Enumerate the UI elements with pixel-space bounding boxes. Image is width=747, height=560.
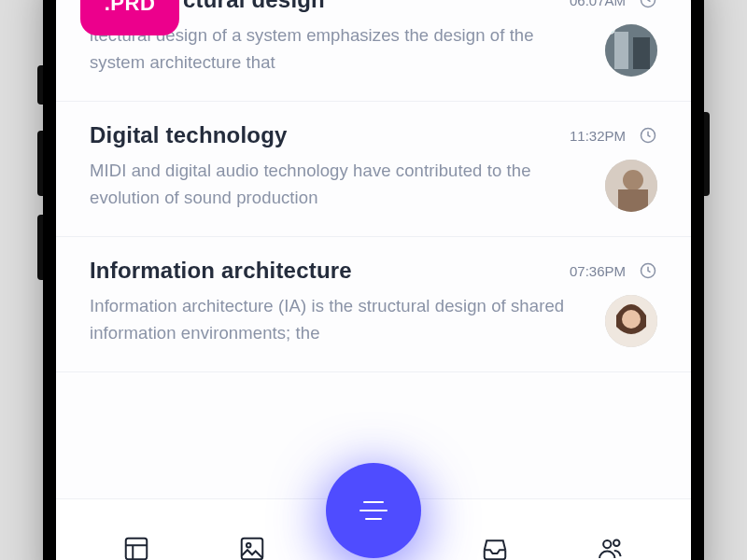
item-title: Information architecture	[90, 258, 557, 284]
compose-fab[interactable]	[326, 463, 421, 558]
item-time: 07:36PM	[570, 263, 626, 279]
svg-point-0	[641, 0, 655, 7]
avatar[interactable]	[605, 160, 657, 212]
phone-frame: .PRD ctural design 06:07AM itectural des…	[43, 0, 704, 560]
photos-icon	[238, 535, 266, 561]
item-desc: Information architecture (IA) is the str…	[90, 293, 581, 346]
prd-badge: .PRD	[80, 0, 179, 35]
list-item[interactable]: Information architecture 07:36PM Informa…	[56, 237, 691, 372]
svg-rect-12	[126, 538, 148, 559]
menu-icon	[359, 501, 388, 520]
nav-feed[interactable]: FEED	[78, 522, 194, 561]
clock-icon	[639, 0, 657, 9]
nav-photos[interactable]: PHOTOS	[194, 522, 310, 561]
svg-point-11	[622, 310, 641, 329]
people-icon	[597, 535, 625, 561]
item-title: Digital technology	[90, 122, 557, 148]
nav-people[interactable]: PEOPLE	[553, 522, 669, 561]
nav-inbox[interactable]: INBOX	[437, 522, 553, 561]
svg-point-15	[603, 539, 611, 547]
clock-icon	[639, 126, 657, 145]
inbox-icon	[481, 535, 509, 561]
avatar[interactable]	[605, 295, 657, 347]
item-time: 11:32PM	[570, 128, 626, 144]
item-desc: MIDI and digital audio technology have c…	[90, 158, 581, 211]
svg-point-14	[247, 543, 251, 548]
svg-rect-7	[618, 189, 648, 212]
svg-point-6	[623, 170, 643, 190]
list-item[interactable]: Digital technology 11:32PM MIDI and digi…	[56, 102, 691, 237]
avatar[interactable]	[605, 24, 657, 77]
svg-rect-3	[633, 37, 650, 69]
svg-point-16	[613, 539, 620, 546]
clock-icon	[639, 261, 657, 280]
feed-icon	[122, 535, 150, 561]
item-time: 06:07AM	[570, 0, 626, 8]
svg-rect-2	[614, 32, 628, 69]
